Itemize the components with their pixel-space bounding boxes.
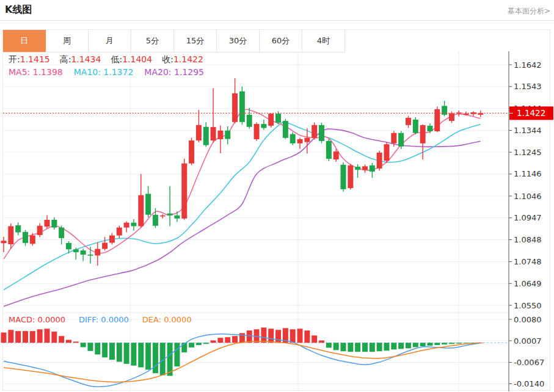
- candle-body: [138, 195, 144, 227]
- macd-bar: [464, 343, 469, 343]
- candle-body: [189, 140, 194, 164]
- candle-body: [261, 124, 266, 128]
- candle-body: [37, 226, 43, 235]
- macd-bar: [87, 343, 93, 350]
- macd-item-diff: DIFF: 0.0000: [79, 315, 129, 324]
- high-value: 1.1434: [71, 54, 101, 64]
- macd-bar: [449, 343, 454, 344]
- macd-bar: [420, 343, 426, 346]
- macd-bar: [153, 343, 158, 373]
- page-title: K线图: [5, 4, 32, 16]
- candle-body: [391, 133, 396, 143]
- macd-bar: [370, 343, 375, 352]
- macd-bar: [391, 343, 396, 349]
- candle-body: [225, 131, 230, 139]
- macd-bar: [398, 343, 404, 349]
- candle-body: [131, 223, 136, 227]
- price-axis-label: 1.0848: [514, 235, 542, 244]
- macd-bar: [15, 331, 21, 343]
- macd-bar: [427, 343, 432, 346]
- macd-bar: [124, 343, 129, 364]
- widget-header: K线图 基本面分析>: [0, 0, 554, 21]
- tab-h4[interactable]: 4时: [302, 30, 345, 52]
- open-value: 1.1415: [20, 54, 50, 64]
- candle-body: [370, 165, 375, 172]
- candle-body: [420, 125, 426, 143]
- candle-body: [145, 194, 151, 214]
- candle-body: [449, 113, 454, 121]
- candle-body: [23, 232, 28, 243]
- price-axis-label: 1.1543: [514, 82, 542, 91]
- candle-body: [95, 249, 100, 256]
- candle-body: [66, 243, 71, 249]
- macd-bar: [413, 343, 418, 347]
- candle-body: [254, 124, 260, 139]
- macd-bar: [261, 327, 266, 343]
- candle-body: [283, 121, 288, 138]
- close-value: 1.1422: [173, 54, 203, 64]
- candle-body: [232, 93, 238, 122]
- macd-bar: [174, 343, 180, 366]
- tab-week[interactable]: 周: [46, 30, 89, 52]
- macd-readout: MACD: 0.0000DIFF: 0.0000DEA: 0.0000: [9, 315, 205, 324]
- macd-bar: [51, 332, 57, 343]
- ma5-line: [4, 109, 481, 259]
- price-axis-label: 1.1046: [514, 192, 542, 201]
- macd-bar: [196, 343, 202, 345]
- macd-item-dea: DEA: 0.0000: [142, 315, 192, 324]
- macd-bar: [384, 343, 389, 350]
- macd-bar: [362, 343, 368, 352]
- timeframe-tabbar: 日周月5分15分30分60分4时: [3, 30, 345, 53]
- macd-bar: [456, 343, 462, 343]
- candle-body: [413, 120, 418, 133]
- ma-readout: MA5: 1.1398MA10: 1.1372MA20: 1.1295: [9, 67, 215, 77]
- macd-bar: [312, 335, 317, 343]
- price-axis-label: 1.0947: [514, 213, 542, 222]
- candle-body: [239, 92, 245, 122]
- macd-bar: [203, 343, 209, 344]
- macd-bar: [167, 343, 173, 376]
- macd-bar: [355, 343, 360, 352]
- candle-body: [326, 141, 332, 159]
- tab-day[interactable]: 日: [3, 30, 46, 52]
- candle-body: [102, 243, 108, 249]
- macd-bar: [406, 343, 411, 348]
- price-axis-label: 1.1344: [514, 126, 542, 135]
- tab-m30[interactable]: 30分: [217, 30, 260, 52]
- macd-bar: [102, 343, 108, 357]
- tab-m15[interactable]: 15分: [174, 30, 217, 52]
- fundamental-analysis-link[interactable]: 基本面分析>: [508, 6, 550, 16]
- tab-m5[interactable]: 5分: [131, 30, 174, 52]
- price-axis-label: 1.0748: [514, 257, 542, 266]
- high-label: 高:: [60, 54, 71, 64]
- macd-bar: [211, 341, 216, 343]
- macd-bar: [23, 331, 28, 343]
- candle-body: [87, 255, 93, 256]
- price-axis-label: 1.1642: [514, 60, 542, 70]
- candle-body: [217, 131, 223, 139]
- macd-bar: [117, 343, 122, 361]
- candle-body: [153, 215, 158, 226]
- kline-chart-svg: 1.16421.15431.14441.13441.12451.11461.10…: [0, 51, 554, 392]
- close-label: 收:: [162, 54, 173, 64]
- candle-body: [275, 114, 281, 123]
- tab-month[interactable]: 月: [89, 30, 131, 52]
- low-value: 1.1404: [122, 54, 152, 64]
- candle-body: [44, 220, 49, 227]
- candle-body: [181, 164, 187, 219]
- candle-body: [464, 114, 469, 115]
- candle-body: [333, 151, 339, 159]
- macd-bar: [95, 343, 100, 354]
- candle-body: [211, 127, 216, 140]
- candle-body: [362, 166, 368, 170]
- macd-axis-label: 0.0080: [514, 315, 542, 324]
- candle-body: [290, 134, 296, 143]
- ohlc-readout: 开:1.1415高:1.1434低:1.1404收:1.1422: [9, 54, 213, 65]
- price-axis-label: 1.1245: [514, 148, 542, 157]
- tab-m60[interactable]: 60分: [260, 30, 302, 52]
- macd-bar: [1, 333, 7, 343]
- candle-body: [341, 165, 346, 189]
- macd-bar: [189, 343, 194, 347]
- candle-body: [59, 228, 64, 238]
- candle-body: [312, 125, 317, 138]
